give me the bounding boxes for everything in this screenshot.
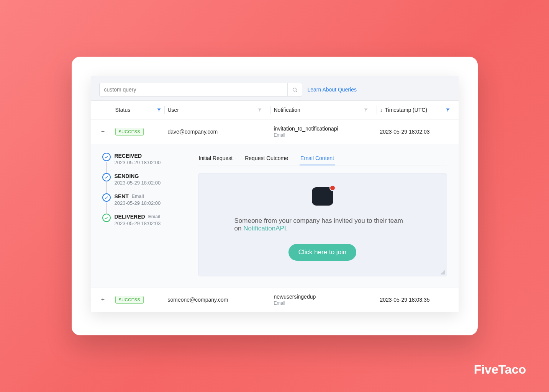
timeline-label: RECEIVED (115, 153, 142, 159)
cell-notification-channel: Email (274, 132, 368, 138)
tab-initial-request[interactable]: Initial Request (198, 153, 234, 165)
search-icon (292, 87, 298, 93)
timeline-label: SENDING (115, 173, 139, 179)
th-status[interactable]: Status (115, 107, 131, 113)
email-body-suffix: . (286, 225, 288, 232)
check-circle-icon (102, 173, 111, 181)
resize-handle-icon[interactable] (441, 270, 445, 274)
column-separator (377, 106, 377, 114)
search-button[interactable] (287, 83, 302, 96)
outer-card: Learn About Queries Status User Notif (72, 57, 478, 335)
cell-notification-name: newusersingedup (274, 294, 368, 300)
table-row[interactable]: + SUCCESS someone@company.com newusersin… (91, 287, 459, 312)
timeline-ts: 2023-05-29 18:02:03 (115, 220, 190, 226)
cell-timestamp: 2023-05-29 18:02:03 (380, 129, 430, 135)
check-circle-icon (102, 193, 111, 202)
timeline-sub: Email (148, 214, 161, 219)
filter-icon[interactable] (157, 108, 161, 112)
filter-icon[interactable] (446, 108, 450, 112)
tab-request-outcome[interactable]: Request Outcome (244, 153, 289, 165)
timeline-ts: 2023-05-29 18:02:00 (115, 160, 190, 165)
detail-tabs: Initial Request Request Outcome Email Co… (198, 153, 447, 165)
join-button[interactable]: Click here to join (288, 244, 357, 261)
status-badge: SUCCESS (115, 128, 144, 136)
cell-notification-name: invitation_to_notificationapi (274, 126, 368, 132)
row-detail-panel: RECEIVED 2023-05-29 18:02:00 SENDING 202… (91, 144, 459, 287)
column-separator (164, 106, 165, 114)
brand-watermark: FiveTaco (474, 363, 526, 377)
email-preview: Someone from your company has invited yo… (198, 173, 447, 276)
notification-dot-icon (329, 185, 336, 191)
search-row: Learn About Queries (91, 76, 459, 100)
check-circle-icon (102, 214, 111, 222)
timeline-item: DELIVERED Email 2023-05-29 18:02:03 (102, 214, 190, 226)
search-box (99, 83, 302, 96)
timeline-ts: 2023-05-29 18:02:00 (115, 180, 190, 186)
timeline-item: RECEIVED 2023-05-29 18:02:00 (102, 153, 190, 173)
delivery-timeline: RECEIVED 2023-05-29 18:02:00 SENDING 202… (102, 153, 190, 276)
filter-icon[interactable] (257, 108, 262, 112)
table-row[interactable]: − SUCCESS dave@company.com invitation_to… (91, 119, 459, 144)
learn-about-queries-link[interactable]: Learn About Queries (308, 87, 357, 93)
filter-icon[interactable] (364, 108, 368, 112)
cell-user: dave@company.com (168, 129, 267, 135)
timeline-label: SENT (115, 193, 129, 199)
tab-email-content[interactable]: Email Content (300, 153, 335, 165)
th-notification[interactable]: Notification (274, 107, 300, 113)
status-badge: SUCCESS (115, 296, 144, 304)
svg-point-0 (293, 88, 296, 91)
email-link[interactable]: NotificationAPI (243, 225, 286, 232)
cell-notification-channel: Email (274, 301, 368, 306)
expand-icon[interactable]: + (99, 296, 107, 304)
cell-timestamp: 2023-05-29 18:03:35 (380, 297, 430, 303)
timeline-ts: 2023-05-29 18:02:00 (115, 200, 190, 206)
email-body: Someone from your company has invited yo… (234, 217, 411, 232)
collapse-icon[interactable]: − (99, 128, 107, 136)
search-input[interactable] (100, 83, 287, 96)
th-user[interactable]: User (168, 107, 179, 113)
table-header: Status User Notification (91, 100, 459, 119)
app-frame: Learn About Queries Status User Notif (91, 76, 459, 312)
timeline-label: DELIVERED (115, 214, 145, 220)
app-icon (312, 187, 333, 206)
th-timestamp[interactable]: Timestamp (UTC) (385, 107, 428, 113)
svg-line-1 (296, 91, 297, 92)
column-separator (270, 106, 271, 114)
sort-indicator[interactable]: ↓ (380, 107, 383, 113)
detail-right-pane: Initial Request Request Outcome Email Co… (198, 153, 447, 276)
timeline-sub: Email (132, 194, 144, 199)
check-circle-icon (102, 153, 111, 161)
timeline-item: SENT Email 2023-05-29 18:02:00 (102, 193, 190, 214)
cell-user: someone@company.com (168, 297, 267, 303)
timeline-item: SENDING 2023-05-29 18:02:00 (102, 173, 190, 193)
